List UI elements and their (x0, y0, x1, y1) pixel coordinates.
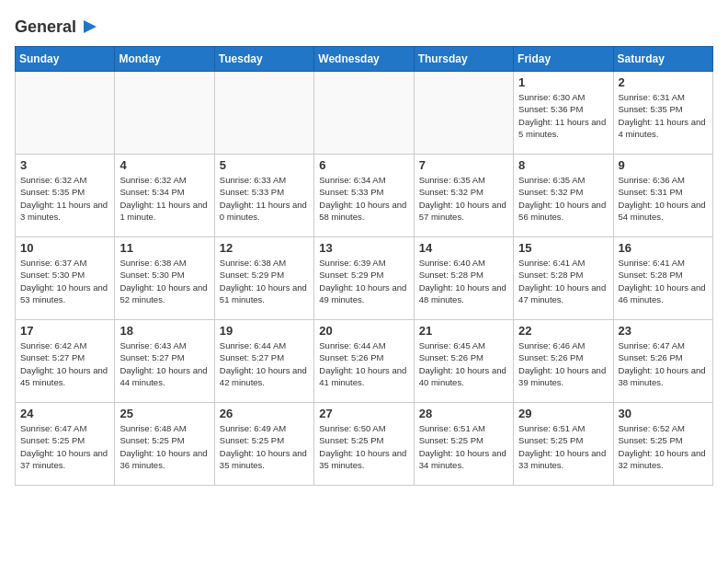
day-info: Sunrise: 6:46 AM Sunset: 5:26 PM Dayligh… (518, 339, 608, 388)
calendar-cell: 2Sunrise: 6:31 AM Sunset: 5:35 PM Daylig… (613, 72, 712, 155)
day-info: Sunrise: 6:40 AM Sunset: 5:28 PM Dayligh… (419, 257, 508, 305)
calendar-header-wednesday: Wednesday (314, 47, 414, 72)
day-number: 23 (619, 324, 708, 338)
calendar-cell: 29Sunrise: 6:51 AM Sunset: 5:25 PM Dayli… (514, 403, 613, 486)
day-info: Sunrise: 6:52 AM Sunset: 5:25 PM Dayligh… (619, 422, 708, 471)
day-info: Sunrise: 6:50 AM Sunset: 5:25 PM Dayligh… (319, 422, 408, 471)
day-info: Sunrise: 6:48 AM Sunset: 5:25 PM Dayligh… (119, 422, 209, 471)
calendar-cell: 27Sunrise: 6:50 AM Sunset: 5:25 PM Dayli… (314, 403, 414, 486)
day-number: 9 (619, 158, 708, 172)
day-info: Sunrise: 6:42 AM Sunset: 5:27 PM Dayligh… (20, 339, 109, 388)
calendar-cell: 19Sunrise: 6:44 AM Sunset: 5:27 PM Dayli… (214, 320, 313, 403)
calendar-header-row: SundayMondayTuesdayWednesdayThursdayFrid… (16, 47, 713, 72)
calendar-header-saturday: Saturday (613, 47, 712, 72)
calendar-cell (414, 72, 513, 155)
calendar-cell: 1Sunrise: 6:30 AM Sunset: 5:36 PM Daylig… (514, 72, 613, 155)
day-info: Sunrise: 6:39 AM Sunset: 5:29 PM Dayligh… (319, 257, 408, 305)
day-number: 6 (319, 158, 408, 172)
day-number: 14 (419, 241, 508, 255)
day-number: 3 (20, 158, 109, 172)
day-info: Sunrise: 6:36 AM Sunset: 5:31 PM Dayligh… (619, 174, 708, 223)
day-number: 27 (319, 407, 408, 420)
calendar-week-2: 3Sunrise: 6:32 AM Sunset: 5:35 PM Daylig… (16, 155, 713, 237)
calendar-cell (314, 72, 414, 155)
day-info: Sunrise: 6:37 AM Sunset: 5:30 PM Dayligh… (20, 257, 109, 305)
logo-general-text: General (15, 17, 76, 37)
day-number: 15 (518, 241, 608, 255)
day-number: 8 (518, 158, 608, 172)
calendar-cell: 6Sunrise: 6:34 AM Sunset: 5:33 PM Daylig… (314, 155, 414, 237)
day-number: 10 (20, 241, 109, 255)
calendar-cell: 17Sunrise: 6:42 AM Sunset: 5:27 PM Dayli… (16, 320, 115, 403)
calendar-header-friday: Friday (514, 47, 613, 72)
calendar-cell (16, 72, 115, 155)
calendar-header-tuesday: Tuesday (214, 47, 313, 72)
day-info: Sunrise: 6:47 AM Sunset: 5:26 PM Dayligh… (619, 339, 708, 388)
day-info: Sunrise: 6:31 AM Sunset: 5:35 PM Dayligh… (619, 91, 708, 140)
day-info: Sunrise: 6:45 AM Sunset: 5:26 PM Dayligh… (419, 339, 508, 388)
calendar-cell: 26Sunrise: 6:49 AM Sunset: 5:25 PM Dayli… (214, 403, 313, 486)
svg-marker-0 (84, 20, 97, 33)
day-info: Sunrise: 6:49 AM Sunset: 5:25 PM Dayligh… (220, 422, 309, 471)
day-number: 29 (518, 407, 608, 420)
day-number: 18 (119, 324, 209, 338)
calendar-header-monday: Monday (115, 47, 214, 72)
day-number: 16 (619, 241, 708, 255)
day-info: Sunrise: 6:43 AM Sunset: 5:27 PM Dayligh… (119, 339, 209, 388)
calendar-cell: 13Sunrise: 6:39 AM Sunset: 5:29 PM Dayli… (314, 237, 414, 320)
calendar-cell: 16Sunrise: 6:41 AM Sunset: 5:28 PM Dayli… (613, 237, 712, 320)
day-number: 19 (220, 324, 309, 338)
day-number: 2 (619, 75, 708, 89)
calendar-cell: 20Sunrise: 6:44 AM Sunset: 5:26 PM Dayli… (314, 320, 414, 403)
day-info: Sunrise: 6:32 AM Sunset: 5:34 PM Dayligh… (119, 174, 209, 223)
calendar-cell: 11Sunrise: 6:38 AM Sunset: 5:30 PM Dayli… (115, 237, 214, 320)
calendar-cell: 25Sunrise: 6:48 AM Sunset: 5:25 PM Dayli… (115, 403, 214, 486)
day-info: Sunrise: 6:34 AM Sunset: 5:33 PM Dayligh… (319, 174, 408, 223)
day-info: Sunrise: 6:41 AM Sunset: 5:28 PM Dayligh… (619, 257, 708, 305)
day-info: Sunrise: 6:35 AM Sunset: 5:32 PM Dayligh… (518, 174, 608, 223)
day-number: 26 (220, 407, 309, 420)
day-number: 20 (319, 324, 408, 338)
day-info: Sunrise: 6:35 AM Sunset: 5:32 PM Dayligh… (419, 174, 508, 223)
calendar-header-sunday: Sunday (16, 47, 115, 72)
day-number: 12 (220, 241, 309, 255)
calendar-cell: 30Sunrise: 6:52 AM Sunset: 5:25 PM Dayli… (613, 403, 712, 486)
day-number: 24 (20, 407, 109, 420)
calendar-week-4: 17Sunrise: 6:42 AM Sunset: 5:27 PM Dayli… (16, 320, 713, 403)
calendar-week-5: 24Sunrise: 6:47 AM Sunset: 5:25 PM Dayli… (16, 403, 713, 486)
calendar-cell: 12Sunrise: 6:38 AM Sunset: 5:29 PM Dayli… (214, 237, 313, 320)
day-info: Sunrise: 6:51 AM Sunset: 5:25 PM Dayligh… (419, 422, 508, 471)
day-info: Sunrise: 6:41 AM Sunset: 5:28 PM Dayligh… (518, 257, 608, 305)
calendar-header-thursday: Thursday (414, 47, 513, 72)
calendar-cell: 22Sunrise: 6:46 AM Sunset: 5:26 PM Dayli… (514, 320, 613, 403)
day-number: 4 (119, 158, 209, 172)
day-number: 22 (518, 324, 608, 338)
calendar-week-1: 1Sunrise: 6:30 AM Sunset: 5:36 PM Daylig… (16, 72, 713, 155)
day-info: Sunrise: 6:44 AM Sunset: 5:26 PM Dayligh… (319, 339, 408, 388)
day-info: Sunrise: 6:32 AM Sunset: 5:35 PM Dayligh… (20, 174, 109, 223)
calendar-cell (214, 72, 313, 155)
calendar-cell: 14Sunrise: 6:40 AM Sunset: 5:28 PM Dayli… (414, 237, 513, 320)
calendar-cell (115, 72, 214, 155)
calendar-week-3: 10Sunrise: 6:37 AM Sunset: 5:30 PM Dayli… (16, 237, 713, 320)
day-number: 7 (419, 158, 508, 172)
logo: General (15, 15, 102, 35)
calendar-cell: 8Sunrise: 6:35 AM Sunset: 5:32 PM Daylig… (514, 155, 613, 237)
calendar-table: SundayMondayTuesdayWednesdayThursdayFrid… (15, 46, 713, 486)
day-number: 13 (319, 241, 408, 255)
day-number: 1 (518, 75, 608, 89)
day-info: Sunrise: 6:33 AM Sunset: 5:33 PM Dayligh… (220, 174, 309, 223)
day-info: Sunrise: 6:51 AM Sunset: 5:25 PM Dayligh… (518, 422, 608, 471)
calendar-cell: 24Sunrise: 6:47 AM Sunset: 5:25 PM Dayli… (16, 403, 115, 486)
calendar-cell: 10Sunrise: 6:37 AM Sunset: 5:30 PM Dayli… (16, 237, 115, 320)
day-info: Sunrise: 6:30 AM Sunset: 5:36 PM Dayligh… (518, 91, 608, 140)
page-header: General (15, 15, 713, 35)
day-number: 11 (119, 241, 209, 255)
day-number: 5 (220, 158, 309, 172)
calendar-cell: 5Sunrise: 6:33 AM Sunset: 5:33 PM Daylig… (214, 155, 313, 237)
calendar-cell: 3Sunrise: 6:32 AM Sunset: 5:35 PM Daylig… (16, 155, 115, 237)
day-number: 21 (419, 324, 508, 338)
calendar-cell: 4Sunrise: 6:32 AM Sunset: 5:34 PM Daylig… (115, 155, 214, 237)
day-number: 17 (20, 324, 109, 338)
day-number: 25 (119, 407, 209, 420)
